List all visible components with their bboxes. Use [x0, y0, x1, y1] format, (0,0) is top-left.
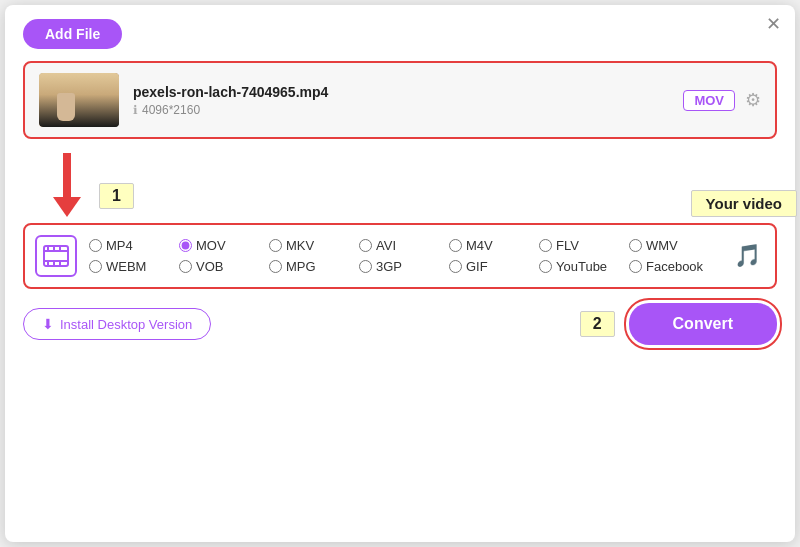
video-thumbnail — [39, 73, 119, 127]
format-3gp[interactable]: 3GP — [359, 259, 431, 274]
format-m4v[interactable]: M4V — [449, 238, 521, 253]
svg-rect-1 — [44, 250, 68, 252]
install-btn-label: Install Desktop Version — [60, 317, 192, 332]
film-icon — [35, 235, 77, 277]
file-resolution: 4096*2160 — [142, 103, 200, 117]
step2-label: 2 — [580, 311, 615, 337]
bottom-bar: ⬇ Install Desktop Version 2 Convert — [23, 299, 777, 345]
down-arrow — [53, 153, 81, 217]
film-svg — [42, 242, 70, 270]
format-mkv[interactable]: MKV — [269, 238, 341, 253]
download-icon: ⬇ — [42, 316, 54, 332]
svg-rect-2 — [44, 260, 68, 262]
music-icon: 🎵 — [734, 243, 761, 269]
file-actions: MOV ⚙ — [683, 89, 761, 111]
format-webm[interactable]: WEBM — [89, 259, 161, 274]
add-file-button[interactable]: Add File — [23, 19, 122, 49]
svg-rect-3 — [47, 246, 49, 250]
convert-button[interactable]: Convert — [629, 303, 777, 345]
format-mov[interactable]: MOV — [179, 238, 251, 253]
format-mpg[interactable]: MPG — [269, 259, 341, 274]
info-icon: ℹ — [133, 103, 138, 117]
bottom-right: 2 Convert — [580, 303, 777, 345]
format-options: MP4 MOV MKV AVI M4V FLV WM — [89, 238, 716, 274]
install-desktop-button[interactable]: ⬇ Install Desktop Version — [23, 308, 211, 340]
format-gif[interactable]: GIF — [449, 259, 521, 274]
step1-section: 1 — [23, 139, 777, 223]
format-wmv[interactable]: WMV — [629, 238, 701, 253]
close-button[interactable]: ✕ — [766, 15, 781, 33]
format-badge[interactable]: MOV — [683, 90, 735, 111]
main-window: ✕ Add File pexels-ron-lach-7404965.mp4 ℹ… — [5, 5, 795, 542]
svg-rect-5 — [59, 246, 61, 250]
format-flv[interactable]: FLV — [539, 238, 611, 253]
format-row-2: WEBM VOB MPG 3GP GIF YouTube — [89, 259, 716, 274]
file-name: pexels-ron-lach-7404965.mp4 — [133, 84, 669, 100]
svg-rect-7 — [53, 262, 55, 266]
file-info: pexels-ron-lach-7404965.mp4 ℹ 4096*2160 — [133, 84, 669, 117]
format-facebook[interactable]: Facebook — [629, 259, 703, 274]
format-vob[interactable]: VOB — [179, 259, 251, 274]
svg-rect-4 — [53, 246, 55, 250]
step1-label: 1 — [99, 183, 134, 209]
format-row-1: MP4 MOV MKV AVI M4V FLV WM — [89, 238, 716, 253]
svg-rect-8 — [59, 262, 61, 266]
settings-icon[interactable]: ⚙ — [745, 89, 761, 111]
format-youtube[interactable]: YouTube — [539, 259, 611, 274]
format-avi[interactable]: AVI — [359, 238, 431, 253]
format-mp4[interactable]: MP4 — [89, 238, 161, 253]
file-meta: ℹ 4096*2160 — [133, 103, 669, 117]
svg-rect-6 — [47, 262, 49, 266]
your-video-label: Your video — [691, 190, 797, 217]
file-row: pexels-ron-lach-7404965.mp4 ℹ 4096*2160 … — [23, 61, 777, 139]
format-box: MP4 MOV MKV AVI M4V FLV WM — [23, 223, 777, 289]
